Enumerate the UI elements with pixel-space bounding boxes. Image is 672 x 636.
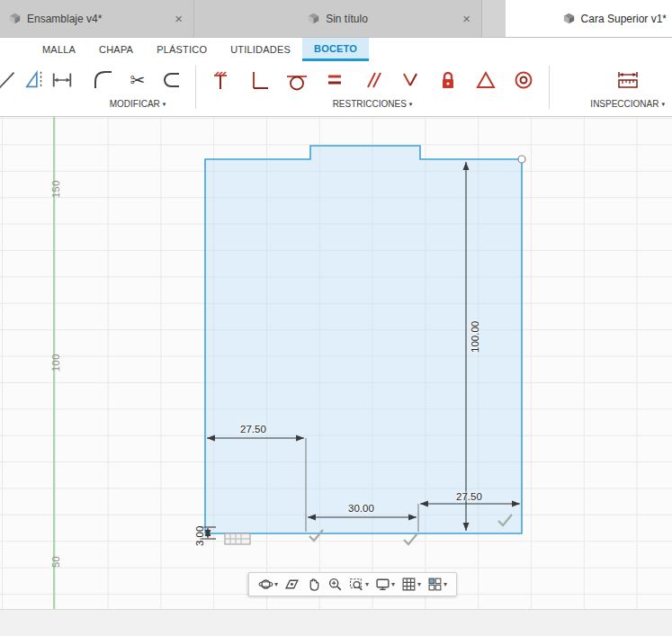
constraint-tangent-button[interactable] xyxy=(278,64,316,96)
viewports-icon xyxy=(427,577,443,592)
doc-tab-cara-superior[interactable]: Cara Superior v1* xyxy=(506,0,672,37)
toolbar-divider xyxy=(549,66,550,109)
inspect-menu-label: INSPECCIONAR xyxy=(590,99,659,109)
modify-menu-label: MODIFICAR xyxy=(110,99,160,109)
chevron-down-icon: ▾ xyxy=(409,101,413,108)
status-bar xyxy=(0,609,672,636)
tab-bar-spacer xyxy=(482,0,506,37)
chevron-down-icon: ▾ xyxy=(163,101,166,108)
offset-tool-button[interactable] xyxy=(155,64,189,96)
document-tab-bar: Ensamblaje v4* × Sin título × Cara Super… xyxy=(0,0,672,38)
tab-label: CHAPA xyxy=(99,44,133,55)
orbit-icon xyxy=(258,577,273,592)
tab-label: MALLA xyxy=(42,44,76,55)
doc-tab-ensamblaje[interactable]: Ensamblaje v4* × xyxy=(0,0,194,37)
doc-tab-label: Ensamblaje v4* xyxy=(27,13,102,25)
zoom-window-icon xyxy=(349,577,364,592)
orbit-button[interactable]: ▾ xyxy=(255,575,281,594)
modify-group: ✂ MODIFICAR ▾ xyxy=(86,64,189,109)
dimension-width-mid[interactable]: 30.00 xyxy=(348,503,374,514)
dimension-edit-box-icon[interactable] xyxy=(225,533,250,544)
look-at-icon xyxy=(284,577,300,592)
doc-tab-label: Sin título xyxy=(326,13,368,25)
chevron-down-icon: ▾ xyxy=(417,580,421,588)
look-at-button[interactable] xyxy=(282,575,302,594)
pan-hand-icon xyxy=(306,577,321,592)
extend-tool-button[interactable] xyxy=(49,64,76,96)
tab-label: BOCETO xyxy=(314,43,357,54)
modify-menu[interactable]: MODIFICAR ▾ xyxy=(110,96,166,109)
trim-tool-button[interactable]: ✂ xyxy=(121,64,155,96)
tab-plastico[interactable]: PLÁSTICO xyxy=(145,38,219,61)
measure-tool-button[interactable] xyxy=(611,64,645,96)
scissors-icon: ✂ xyxy=(130,71,146,89)
constraint-perpendicular-button[interactable] xyxy=(240,64,278,96)
inspect-group: INSPECCIONAR ▾ xyxy=(590,64,665,109)
display-settings-button[interactable]: ▾ xyxy=(372,575,398,594)
constraint-vertical-horizontal-button[interactable] xyxy=(202,64,240,96)
constraint-fix-lock-button[interactable] xyxy=(429,64,467,96)
fillet-tool-button[interactable] xyxy=(86,64,121,96)
viewports-button[interactable]: ▾ xyxy=(425,575,450,594)
toolbar-divider xyxy=(195,66,196,109)
close-tab-icon[interactable]: × xyxy=(461,12,472,25)
constraint-midpoint-button[interactable] xyxy=(467,64,505,96)
grid-icon xyxy=(401,577,417,592)
chevron-down-icon: ▾ xyxy=(661,101,665,108)
constraints-group: RESTRICCIONES ▾ xyxy=(202,64,542,109)
inspect-menu[interactable]: INSPECCIONAR ▾ xyxy=(590,96,665,109)
chevron-down-icon: ▾ xyxy=(391,580,395,588)
sketch-point-marker[interactable] xyxy=(518,156,525,163)
display-monitor-icon xyxy=(375,577,390,592)
document-cube-icon xyxy=(308,13,319,24)
chevron-down-icon: ▾ xyxy=(444,580,447,588)
dimension-width-right[interactable]: 27.50 xyxy=(456,491,482,502)
chevron-down-icon: ▾ xyxy=(365,580,369,588)
sketch-toolbar: ✂ MODIFICAR ▾ xyxy=(0,61,672,117)
tab-label: UTILIDADES xyxy=(230,44,291,55)
document-cube-icon xyxy=(9,13,21,24)
tab-chapa[interactable]: CHAPA xyxy=(87,38,145,61)
grid-settings-button[interactable]: ▾ xyxy=(399,575,424,594)
doc-tab-label: Cara Superior v1* xyxy=(581,13,667,25)
mirror-tool-button[interactable] xyxy=(22,64,49,96)
create-tools-partial xyxy=(0,64,76,96)
view-navigation-bar: ▾ ▾ ▾ ▾ ▾ xyxy=(248,572,457,596)
doc-tab-sin-titulo[interactable]: Sin título × xyxy=(194,0,482,37)
tab-boceto[interactable]: BOCETO xyxy=(302,38,369,61)
constraints-menu[interactable]: RESTRICCIONES ▾ xyxy=(333,96,413,109)
constraints-menu-label: RESTRICCIONES xyxy=(333,99,407,109)
sketch-canvas[interactable]: 150 100 50 xyxy=(0,117,672,609)
zoom-button[interactable] xyxy=(325,575,345,594)
sketch-graphics xyxy=(0,117,672,609)
dimension-height[interactable]: 100.00 xyxy=(470,321,480,353)
tab-label: PLÁSTICO xyxy=(157,44,207,55)
line-tool-button[interactable] xyxy=(0,64,22,96)
dimension-step[interactable]: 3.00 xyxy=(194,526,205,546)
zoom-icon xyxy=(327,577,343,592)
tab-utilidades[interactable]: UTILIDADES xyxy=(219,38,302,61)
ribbon-tab-bar: MALLA CHAPA PLÁSTICO UTILIDADES BOCETO xyxy=(0,38,672,61)
zoom-window-button[interactable]: ▾ xyxy=(346,575,372,594)
constraint-symmetry-button[interactable] xyxy=(391,64,429,96)
chevron-down-icon: ▾ xyxy=(274,580,278,588)
close-tab-icon[interactable]: × xyxy=(173,12,184,25)
pan-button[interactable] xyxy=(303,575,324,594)
constraint-equal-button[interactable] xyxy=(316,64,354,96)
constraint-parallel-button[interactable] xyxy=(354,64,391,96)
constraint-concentric-button[interactable] xyxy=(505,64,542,96)
tab-malla[interactable]: MALLA xyxy=(31,38,87,61)
dimension-width-left[interactable]: 27.50 xyxy=(240,424,266,434)
document-cube-icon xyxy=(563,13,575,24)
